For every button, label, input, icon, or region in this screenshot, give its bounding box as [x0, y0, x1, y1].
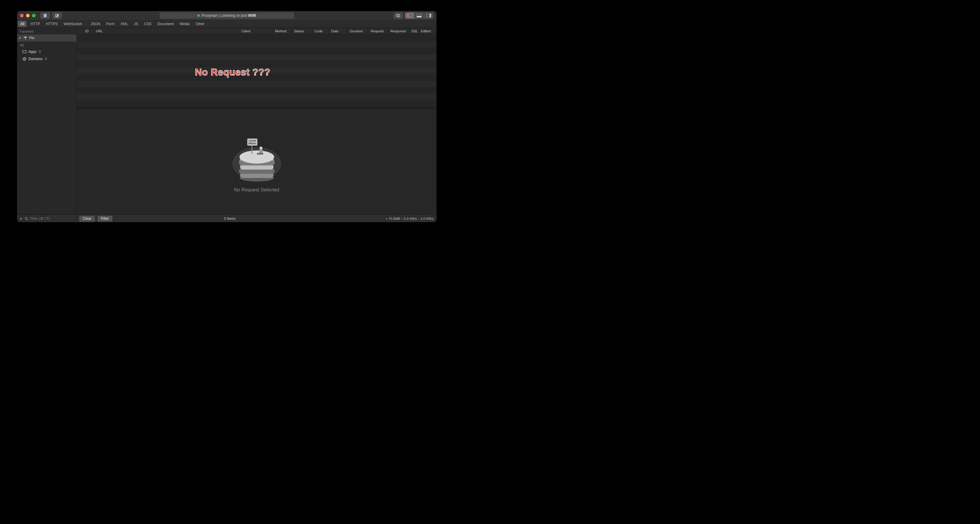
layout-left-panel[interactable] — [405, 12, 414, 19]
svg-rect-10 — [430, 14, 431, 18]
table-col-id[interactable]: ID — [83, 28, 94, 34]
svg-point-27 — [25, 217, 27, 219]
table-col-edited[interactable]: Edited — [418, 28, 436, 34]
main-area: Favorites Pin All Apps 0 Domains 0 — [17, 28, 436, 215]
filter-tab-css[interactable]: CSS — [141, 20, 154, 27]
status-indicator-icon — [197, 14, 200, 17]
svg-rect-23 — [251, 145, 252, 154]
table-col-ssl[interactable]: SSL — [409, 28, 418, 34]
table-row — [77, 94, 436, 100]
svg-rect-0 — [44, 14, 45, 17]
svg-rect-3 — [396, 14, 399, 16]
svg-text:BREAK: BREAK — [248, 142, 256, 145]
window-controls — [20, 14, 36, 18]
svg-rect-22 — [257, 153, 263, 154]
compose-button[interactable] — [52, 12, 62, 19]
table-col-request[interactable]: Request — [368, 28, 388, 34]
listening-port: 9090 — [248, 13, 256, 18]
table-body-empty — [77, 34, 436, 108]
table-col-handle[interactable] — [77, 28, 83, 34]
sidebar-item-apps[interactable]: Apps 0 — [17, 48, 76, 55]
chevron-right-icon — [19, 37, 21, 39]
table-col-duration[interactable]: Duration — [347, 28, 368, 34]
title-status: Proxyman | Listening on port 9090 — [160, 12, 294, 19]
table-row — [77, 80, 436, 87]
titlebar: Proxyman | Listening on port 9090 — [17, 11, 436, 20]
filter-tab-form[interactable]: Form — [103, 20, 118, 27]
items-count: 0 items — [224, 217, 236, 221]
sidebar-item-label: Domains — [29, 57, 43, 61]
domains-icon — [22, 57, 27, 61]
apps-icon — [22, 50, 27, 54]
download-rate: 2.0 KB/s — [421, 217, 433, 220]
table-col-client[interactable]: Client — [239, 28, 273, 34]
layout-right-panel[interactable] — [424, 12, 433, 19]
table-col-date[interactable]: Date — [329, 28, 347, 34]
empty-state-message: No Request Selected — [234, 187, 279, 193]
clear-button[interactable]: Clear — [79, 216, 95, 221]
windows-overview-button[interactable] — [393, 12, 403, 19]
footer-left: + — [17, 215, 77, 222]
sidebar-filter-input[interactable] — [30, 217, 75, 221]
table-row — [77, 61, 436, 67]
table-row — [77, 54, 436, 61]
svg-rect-6 — [407, 14, 409, 18]
svg-rect-21 — [259, 149, 263, 153]
filter-tab-js[interactable]: JS — [131, 20, 141, 27]
svg-point-20 — [259, 147, 262, 150]
filter-tab-document[interactable]: Document — [154, 20, 177, 27]
filter-tab-json[interactable]: JSON — [88, 20, 103, 27]
sidebar-item-count: 0 — [39, 49, 41, 54]
table-row — [77, 41, 436, 48]
filter-tab-http[interactable]: HTTP — [27, 20, 43, 27]
empty-state-illustration-icon: LUNCH BREAK — [230, 131, 284, 183]
sidebar-item-pin[interactable]: Pin — [17, 34, 76, 41]
table-header: ID URL Client Method Status Code Date Du… — [77, 28, 436, 34]
sidebar-item-label: Apps — [29, 49, 37, 54]
titlebar-right — [393, 12, 433, 19]
layout-segmented-control[interactable] — [405, 12, 433, 19]
add-button[interactable]: + — [19, 216, 23, 221]
minimize-window-button[interactable] — [26, 14, 30, 18]
table-col-url[interactable]: URL — [94, 28, 239, 34]
sidebar-item-domains[interactable]: Domains 0 — [17, 55, 76, 62]
sidebar-header-favorites: Favorites — [17, 28, 76, 34]
sidebar-header-all: All — [17, 41, 76, 48]
search-icon — [25, 217, 28, 221]
filter-button[interactable]: Filter — [97, 216, 113, 221]
filter-tab-xml[interactable]: XML — [118, 20, 131, 27]
svg-rect-11 — [23, 51, 26, 53]
svg-rect-4 — [397, 15, 400, 17]
table-col-code[interactable]: Code — [312, 28, 329, 34]
table-row — [77, 48, 436, 54]
table-row — [77, 34, 436, 41]
upload-rate: 5.0 KB/s — [404, 217, 417, 220]
filter-tab-all[interactable]: All — [18, 21, 27, 27]
app-name: Proxyman — [202, 13, 218, 18]
table-col-method[interactable]: Method — [273, 28, 292, 34]
filter-bar: All HTTP HTTPS WebSocket JSON Form XML J… — [17, 20, 436, 28]
close-window-button[interactable] — [20, 14, 24, 18]
footer-stats: •75.0MB ↑ 5.0 KB/s ↓ 2.0 KB/s — [383, 217, 436, 220]
filter-tab-media[interactable]: Media — [177, 20, 192, 27]
filter-tab-https[interactable]: HTTPS — [43, 20, 61, 27]
table-row — [77, 74, 436, 80]
table-row — [77, 67, 436, 74]
sidebar: Favorites Pin All Apps 0 Domains 0 — [17, 28, 77, 215]
pause-button[interactable] — [40, 12, 50, 19]
memory-usage: 75.0MB — [388, 217, 400, 220]
table-col-status[interactable]: Status — [292, 28, 312, 34]
zoom-window-button[interactable] — [32, 14, 36, 18]
app-window: Proxyman | Listening on port 9090 All — [17, 11, 436, 222]
detail-pane: LUNCH BREAK No Request Selected — [77, 108, 436, 215]
filter-tab-websocket[interactable]: WebSocket — [61, 20, 85, 27]
sidebar-item-count: 0 — [45, 57, 47, 61]
footer: + Clear Filter 0 items •75.0MB ↑ 5.0 KB/… — [17, 215, 436, 222]
filter-tab-other[interactable]: Other — [192, 20, 207, 27]
footer-center: Clear Filter 0 items — [77, 216, 383, 221]
requests-table: ID URL Client Method Status Code Date Du… — [77, 28, 436, 108]
svg-point-19 — [239, 150, 274, 164]
layout-bottom-panel[interactable] — [414, 12, 424, 19]
svg-rect-8 — [417, 16, 422, 18]
table-col-response[interactable]: Response — [388, 28, 409, 34]
